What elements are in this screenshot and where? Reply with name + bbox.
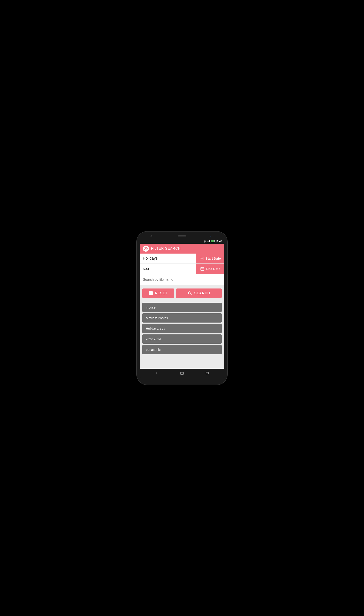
- tag-input[interactable]: [140, 264, 196, 274]
- results-list: mouse Movies: Photos Holidays: sea xray:…: [140, 301, 224, 369]
- phone-screen: 11:47 FILTER SEARCH: [140, 239, 224, 377]
- list-item[interactable]: Movies: Photos: [142, 313, 222, 323]
- battery-icon: [211, 240, 215, 242]
- category-row: Start Date: [140, 254, 224, 263]
- recents-icon: [205, 371, 209, 375]
- signal-icon: [208, 240, 210, 242]
- wifi-icon: [203, 240, 207, 243]
- svg-line-18: [190, 294, 192, 295]
- content-area: Start Date End Date: [140, 254, 224, 369]
- app-logo: [143, 246, 149, 252]
- phone-top-bar: [140, 235, 224, 237]
- action-buttons-row: RESET SEARCH: [140, 286, 224, 301]
- start-date-button[interactable]: Start Date: [196, 254, 224, 263]
- status-time: 11:47: [215, 240, 222, 243]
- svg-point-2: [146, 248, 146, 249]
- earpiece-speaker: [178, 235, 186, 237]
- svg-rect-16: [203, 269, 204, 269]
- reset-icon: [149, 291, 153, 295]
- status-bar: 11:47: [140, 239, 224, 244]
- list-item[interactable]: xray: 2014: [142, 334, 222, 344]
- end-date-button[interactable]: End Date: [196, 264, 224, 274]
- start-date-label: Start Date: [206, 257, 221, 260]
- recents-button[interactable]: [205, 371, 209, 375]
- search-button[interactable]: SEARCH: [176, 288, 222, 298]
- eye-icon: [144, 247, 148, 250]
- toolbar-title: FILTER SEARCH: [151, 247, 181, 250]
- back-icon: [155, 371, 159, 375]
- end-date-label: End Date: [206, 267, 220, 271]
- phone-device: 11:47 FILTER SEARCH: [137, 232, 227, 385]
- tag-row: End Date: [140, 264, 224, 274]
- search-icon: [188, 291, 192, 295]
- back-button[interactable]: [155, 371, 159, 375]
- svg-rect-21: [206, 372, 208, 372]
- svg-rect-9: [202, 259, 203, 259]
- svg-rect-20: [206, 372, 208, 374]
- status-icons: 11:47: [203, 240, 222, 243]
- file-name-row: [140, 274, 224, 285]
- calendar-icon-2: [200, 267, 204, 271]
- proximity-sensor: [210, 236, 211, 237]
- category-input[interactable]: [140, 254, 196, 263]
- home-button[interactable]: [180, 371, 184, 375]
- search-label: SEARCH: [194, 291, 210, 295]
- calendar-icon: [199, 256, 204, 261]
- phone-bottom: [140, 379, 224, 382]
- reset-label: RESET: [155, 291, 167, 295]
- svg-point-17: [188, 291, 191, 294]
- svg-rect-19: [181, 372, 183, 374]
- app-toolbar: FILTER SEARCH: [140, 244, 224, 254]
- bottom-navigation: [140, 369, 224, 377]
- svg-rect-7: [201, 259, 201, 259]
- svg-rect-14: [201, 269, 202, 269]
- list-item[interactable]: panasonic: [142, 345, 222, 354]
- home-icon: [180, 371, 184, 375]
- svg-rect-8: [201, 259, 202, 259]
- reset-button[interactable]: RESET: [142, 288, 174, 298]
- svg-rect-15: [202, 269, 203, 269]
- file-name-input[interactable]: [143, 278, 221, 282]
- list-item[interactable]: mouse: [142, 303, 222, 312]
- list-item[interactable]: Holidays: sea: [142, 324, 222, 333]
- front-camera: [151, 235, 152, 237]
